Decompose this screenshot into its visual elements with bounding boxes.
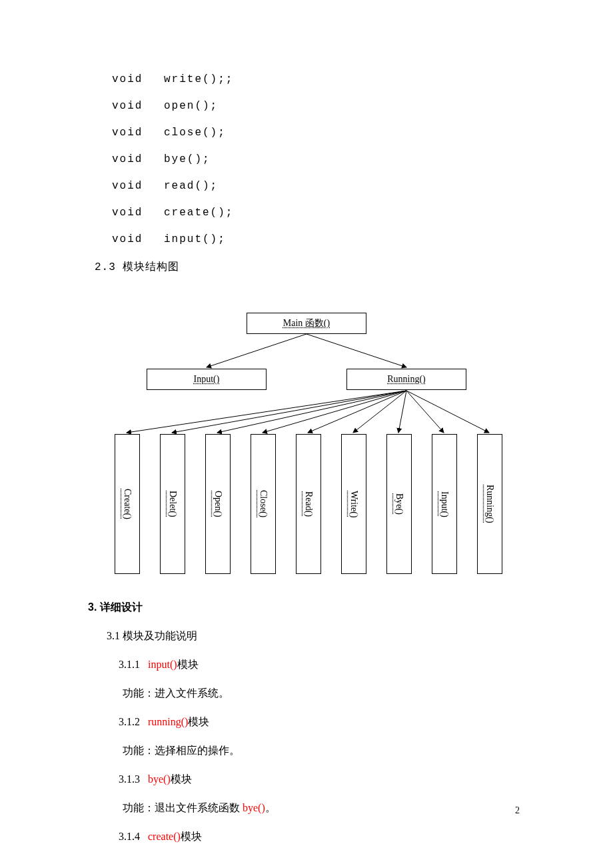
code-keyword: void	[112, 127, 164, 139]
diagram-leaf-box: Input()	[432, 434, 457, 574]
code-fn: close();	[164, 127, 226, 139]
svg-line-7	[353, 391, 406, 433]
diagram-mid-label: Input()	[194, 374, 220, 385]
diagram-leaf-label: Input()	[439, 491, 450, 517]
code-fn: bye();	[164, 153, 211, 165]
item-heading: 3.1.4 create()模块	[107, 830, 520, 844]
diagram-leaf-box: Close()	[251, 434, 276, 574]
item-tail: 模块	[171, 773, 192, 785]
diagram-leaf-label: Delet()	[167, 491, 178, 517]
item-desc: 功能：退出文件系统函数 bye()。	[107, 801, 520, 815]
code-keyword: void	[112, 207, 164, 219]
code-fn: input();	[164, 233, 226, 245]
item-fn: bye()	[148, 773, 171, 785]
diagram-leaf-label: Running()	[484, 485, 495, 523]
item-num: 3.1.3	[119, 773, 140, 785]
code-keyword: void	[112, 180, 164, 192]
svg-line-10	[406, 391, 489, 433]
item-num: 3.1.2	[119, 716, 140, 727]
diagram-leaf-label: Bye()	[394, 493, 404, 515]
diagram-leaf-label: Read()	[303, 491, 314, 517]
diagram-leaf-box: Open()	[205, 434, 231, 574]
diagram-root-label: Main 函数()	[283, 317, 330, 329]
diagram-leaf-box: Write()	[341, 434, 366, 574]
diagram-root-box: Main 函数()	[247, 313, 366, 334]
section-3-1-title: 3.1 模块及功能说明	[107, 629, 520, 643]
item-tail: 模块	[188, 716, 209, 727]
svg-line-0	[207, 334, 306, 367]
item-desc: 功能：选择相应的操作。	[107, 744, 520, 758]
item-num: 3.1.1	[119, 659, 140, 670]
diagram-leaf-label: Open()	[213, 491, 223, 517]
svg-line-8	[398, 391, 406, 433]
item-heading: 3.1.3 bye()模块	[107, 773, 520, 787]
diagram-leaf-box: Read()	[296, 434, 321, 574]
item-heading: 3.1.1 input()模块	[107, 658, 520, 672]
item-desc: 功能：进入文件系统。	[107, 687, 520, 701]
item-fn: running()	[148, 716, 188, 727]
item-tail: 模块	[181, 831, 202, 842]
code-fn: write();;	[164, 73, 233, 85]
diagram-leaf-box: Delet()	[160, 434, 185, 574]
item-fn: input()	[148, 659, 177, 670]
code-line: voidclose();	[107, 127, 520, 139]
code-line: voidcreate();	[107, 207, 520, 219]
svg-line-3	[172, 391, 406, 433]
svg-line-1	[306, 334, 406, 367]
code-keyword: void	[112, 233, 164, 245]
svg-line-6	[308, 391, 406, 433]
item-num: 3.1.4	[119, 831, 140, 842]
module-structure-diagram: Main 函数() Input() Running() Create() Del…	[100, 294, 526, 587]
item-tail: 模块	[177, 659, 199, 670]
item-heading: 3.1.2 running()模块	[107, 715, 520, 729]
svg-line-2	[127, 391, 406, 433]
code-line: voidinput();	[107, 233, 520, 245]
diagram-leaf-label: Write()	[348, 491, 359, 518]
item-fn: create()	[148, 831, 181, 842]
svg-line-4	[217, 391, 406, 433]
code-fn: read();	[164, 180, 218, 192]
section-3-title: 3. 详细设计	[88, 601, 520, 615]
page-number: 2	[515, 805, 520, 816]
code-fn: create();	[164, 207, 233, 219]
diagram-mid-label: Running()	[387, 374, 426, 385]
diagram-leaf-label: Close()	[258, 490, 269, 517]
code-keyword: void	[112, 153, 164, 165]
diagram-mid-box: Input()	[147, 369, 267, 390]
diagram-leaf-box: Bye()	[386, 434, 412, 574]
svg-line-9	[406, 391, 444, 433]
code-fn: open();	[164, 100, 218, 112]
diagram-leaf-box: Create()	[115, 434, 140, 574]
diagram-leaf-label: Create()	[122, 489, 133, 519]
section-2-3-title: 2.3 模块结构图	[95, 260, 520, 274]
code-line: voidopen();	[107, 100, 520, 112]
code-keyword: void	[112, 100, 164, 112]
diagram-mid-box: Running()	[346, 369, 466, 390]
code-line: voidread();	[107, 180, 520, 192]
svg-line-5	[263, 391, 406, 433]
diagram-leaf-box: Running()	[477, 434, 502, 574]
code-line: voidbye();	[107, 153, 520, 165]
code-line: voidwrite();;	[107, 73, 520, 85]
code-keyword: void	[112, 73, 164, 85]
